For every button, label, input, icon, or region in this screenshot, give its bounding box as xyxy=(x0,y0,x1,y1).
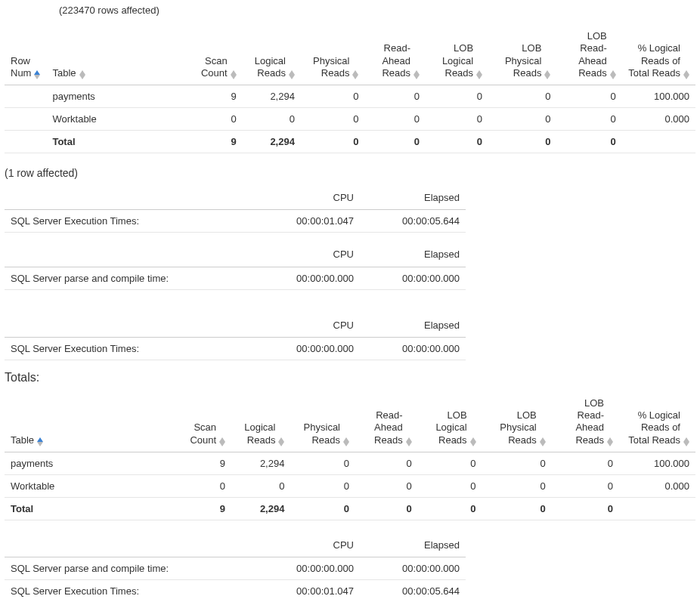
cell-elapsed: 00:00:05.644 xyxy=(360,580,466,600)
cell-label: SQL Server parse and compile time: xyxy=(5,267,254,289)
svg-marker-9 xyxy=(352,75,358,79)
col-cpu: CPU xyxy=(254,187,360,210)
cell-loblogical: 0 xyxy=(418,474,482,497)
col-read-ahead-reads[interactable]: Read-Ahead Reads xyxy=(355,392,418,452)
cell-logical: 0 xyxy=(243,108,301,131)
sort-icon xyxy=(540,437,546,446)
svg-marker-5 xyxy=(231,75,237,79)
totals-label: Totals: xyxy=(5,371,695,384)
col-pct-logical-reads[interactable]: % Logical Reads of Total Reads xyxy=(619,392,695,452)
svg-marker-37 xyxy=(683,442,689,446)
cell-label: SQL Server Execution Times: xyxy=(5,580,254,600)
svg-marker-35 xyxy=(607,442,613,446)
sort-icon xyxy=(219,437,225,446)
svg-marker-1 xyxy=(34,75,40,79)
col-lob-read-ahead-reads[interactable]: LOB Read-Ahead Reads xyxy=(552,392,619,452)
col-pct-logical-reads[interactable]: % Logical Reads of Total Reads xyxy=(622,25,695,85)
cell-table: payments xyxy=(46,85,190,108)
svg-marker-29 xyxy=(406,442,412,446)
sort-icon xyxy=(37,437,43,446)
cell-lobreadahead: 0 xyxy=(556,85,621,108)
cell-physical: 0 xyxy=(290,452,355,474)
sort-icon xyxy=(34,70,40,79)
sort-icon xyxy=(476,70,482,79)
col-blank xyxy=(5,243,254,267)
table-row: SQL Server Execution Times: 00:00:01.047… xyxy=(5,580,466,600)
table-row: Worktable 0 0 0 0 0 0 0 0.000 xyxy=(5,474,695,497)
cell-scan: 9 xyxy=(178,497,231,520)
col-lob-physical-reads[interactable]: LOB Physical Reads xyxy=(488,25,556,85)
svg-marker-27 xyxy=(343,442,349,446)
col-label: Row Num xyxy=(11,55,31,80)
col-lob-logical-reads[interactable]: LOB Logical Reads xyxy=(418,392,482,452)
col-lob-read-ahead-reads[interactable]: LOB Read-Ahead Reads xyxy=(556,25,621,85)
col-elapsed: Elapsed xyxy=(360,314,466,338)
cell-table: Total xyxy=(5,497,178,520)
col-label: LOB Logical Reads xyxy=(432,42,473,79)
col-label: Physical Reads xyxy=(307,55,349,80)
cell-lobreadahead: 0 xyxy=(556,108,621,131)
cell-pct xyxy=(622,131,695,153)
cell-loblogical: 0 xyxy=(426,131,488,153)
table-row: payments 9 2,294 0 0 0 0 0 100.000 xyxy=(5,85,695,108)
table-row-total: Total 9 2,294 0 0 0 0 0 xyxy=(5,131,695,153)
cell-scan: 9 xyxy=(178,452,231,474)
sort-icon xyxy=(278,437,284,446)
cell-loblogical: 0 xyxy=(418,497,482,520)
col-scan-count[interactable]: Scan Count xyxy=(190,25,242,85)
col-scan-count[interactable]: Scan Count xyxy=(178,392,231,452)
col-label: Scan Count xyxy=(184,421,216,446)
col-label: LOB Physical Reads xyxy=(494,42,541,79)
sort-icon xyxy=(544,70,550,79)
col-blank xyxy=(5,187,254,210)
cell-logical: 2,294 xyxy=(243,85,301,108)
col-label: % Logical Reads of Total Reads xyxy=(625,409,680,446)
time-summary-table: CPU Elapsed SQL Server parse and compile… xyxy=(5,534,466,599)
cell-logical: 2,294 xyxy=(243,131,301,153)
cell-elapsed: 00:00:00.000 xyxy=(360,267,466,289)
col-physical-reads[interactable]: Physical Reads xyxy=(301,25,364,85)
sort-icon xyxy=(343,437,349,446)
cell-logical: 2,294 xyxy=(231,497,290,520)
cell-pct: 100.000 xyxy=(619,452,695,474)
col-read-ahead-reads[interactable]: Read-Ahead Reads xyxy=(364,25,426,85)
col-label: Physical Reads xyxy=(296,421,340,446)
col-cpu: CPU xyxy=(254,534,360,557)
cell-lobphysical: 0 xyxy=(482,497,552,520)
sort-icon xyxy=(79,70,85,79)
col-logical-reads[interactable]: Logical Reads xyxy=(243,25,301,85)
cell-physical: 0 xyxy=(301,85,364,108)
col-cpu: CPU xyxy=(254,243,360,267)
col-label: LOB Read-Ahead Reads xyxy=(562,30,606,79)
col-label: Read-Ahead Reads xyxy=(361,409,403,446)
col-label: LOB Logical Reads xyxy=(424,409,467,446)
cell-readahead: 0 xyxy=(355,452,418,474)
col-label: LOB Read-Ahead Reads xyxy=(558,397,604,446)
table-row: Worktable 0 0 0 0 0 0 0 0.000 xyxy=(5,108,695,131)
col-row-num[interactable]: Row Num xyxy=(5,25,46,85)
sort-icon xyxy=(231,70,237,79)
table-row-total: Total 9 2,294 0 0 0 0 0 xyxy=(5,497,695,520)
col-physical-reads[interactable]: Physical Reads xyxy=(290,392,355,452)
col-label: Scan Count xyxy=(196,55,227,80)
table-row: payments 9 2,294 0 0 0 0 0 100.000 xyxy=(5,452,695,474)
col-table[interactable]: Table xyxy=(5,392,178,452)
col-lob-logical-reads[interactable]: LOB Logical Reads xyxy=(426,25,488,85)
cell-table: payments xyxy=(5,452,178,474)
col-lob-physical-reads[interactable]: LOB Physical Reads xyxy=(482,392,552,452)
cell-physical: 0 xyxy=(301,131,364,153)
col-cpu: CPU xyxy=(254,314,360,338)
svg-marker-31 xyxy=(470,442,476,446)
cell-lobreadahead: 0 xyxy=(552,452,619,474)
cell-lobphysical: 0 xyxy=(488,85,556,108)
sort-icon xyxy=(607,437,613,446)
cell-elapsed: 00:00:05.644 xyxy=(360,210,466,233)
cell-pct: 0.000 xyxy=(622,108,695,131)
col-logical-reads[interactable]: Logical Reads xyxy=(231,392,290,452)
cell-scan: 9 xyxy=(190,85,242,108)
col-elapsed: Elapsed xyxy=(360,243,466,267)
sort-icon xyxy=(683,437,689,446)
col-table[interactable]: Table xyxy=(46,25,190,85)
col-label: Logical Reads xyxy=(237,421,275,446)
cell-rownum xyxy=(5,108,46,131)
